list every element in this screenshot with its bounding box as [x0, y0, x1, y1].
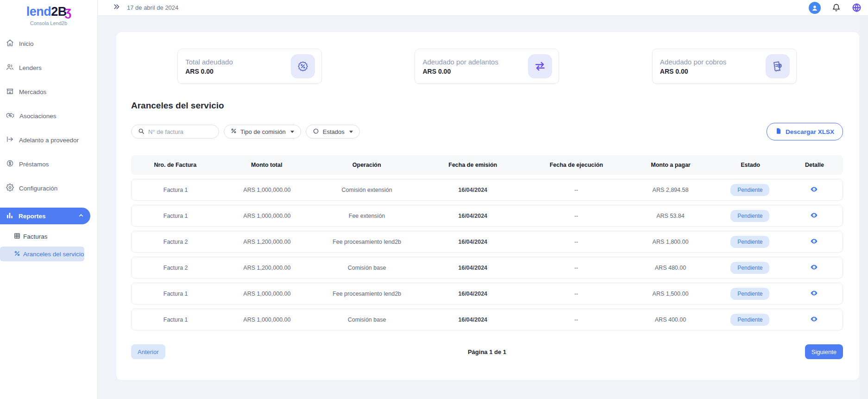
- sidebar-collapse-toggle[interactable]: [113, 3, 120, 13]
- invoice-search-field[interactable]: [131, 125, 219, 139]
- sidebar-item-label: Reportes: [19, 213, 46, 220]
- home-icon: [6, 39, 14, 48]
- percent-icon: [14, 250, 20, 258]
- detail-eye-button[interactable]: [810, 237, 818, 245]
- badge-percent-icon: [291, 54, 315, 78]
- sidebar-item-label: Adelanto a proveedor: [19, 137, 79, 144]
- stat-value: ARS 0.00: [660, 68, 726, 75]
- status-badge: Pendiente: [730, 184, 769, 196]
- cell-monto_total: ARS 1,200,000.00: [220, 239, 314, 245]
- eye-icon: [810, 211, 818, 219]
- handshake-icon: [6, 111, 14, 121]
- download-button-label: Descargar XLSX: [786, 128, 834, 135]
- col-header: Monto total: [220, 162, 314, 168]
- col-header: Fecha de ejecución: [526, 162, 627, 168]
- eye-icon: [810, 315, 818, 323]
- topbar-actions: [809, 2, 862, 14]
- scrollbar-track[interactable]: [860, 16, 868, 399]
- status-badge: Pendiente: [730, 262, 769, 274]
- sidebar-item-label: Préstamos: [19, 161, 49, 168]
- detail-eye-button[interactable]: [810, 263, 818, 271]
- dropdown-label: Tipo de comisión: [240, 128, 286, 135]
- sidebar-item-lenders[interactable]: Lenders: [0, 56, 97, 80]
- language-globe-icon[interactable]: [852, 3, 862, 13]
- cell-monto_pagar: ARS 400.00: [626, 317, 714, 323]
- cell-monto_total: ARS 1,000,000.00: [220, 291, 314, 297]
- stat-card-total-adeudado: Total adeudado ARS 0.00: [177, 49, 322, 84]
- cell-detalle: [786, 315, 843, 324]
- download-xlsx-button[interactable]: Descargar XLSX: [767, 123, 843, 140]
- table-grid-icon: [14, 233, 20, 241]
- notifications-bell-icon[interactable]: [832, 3, 841, 12]
- sidebar-nav: Inicio Lenders Mercados Asociaciones Ade…: [0, 32, 97, 200]
- sidebar-item-asociaciones[interactable]: Asociaciones: [0, 104, 97, 128]
- cell-estado: Pendiente: [715, 236, 786, 248]
- detail-eye-button[interactable]: [810, 185, 818, 193]
- file-icon: [775, 127, 782, 136]
- table-header-row: Nro. de Factura Monto total Operación Fe…: [131, 155, 843, 175]
- cell-factura: Factura 2: [132, 239, 220, 245]
- logo: lend2Bʒ Consola Lend2b: [0, 0, 97, 26]
- cell-fecha_emision: 16/04/2024: [420, 317, 526, 323]
- cell-detalle: [786, 289, 843, 298]
- percent-icon: [231, 128, 237, 135]
- cell-monto_total: ARS 1,000,000.00: [220, 213, 314, 219]
- cell-monto_pagar: ARS 1,800.00: [626, 239, 714, 245]
- chevron-down-icon: [290, 131, 294, 133]
- logo-text: lend2Bʒ: [0, 5, 97, 19]
- user-avatar[interactable]: [809, 2, 821, 14]
- table-row: Factura 2ARS 1,200,000.00Comisión base16…: [131, 257, 843, 279]
- eye-icon: [810, 237, 818, 245]
- cell-factura: Factura 2: [132, 265, 220, 271]
- table-row: Factura 1ARS 1,000,000.00Comisión base16…: [131, 309, 843, 330]
- cell-monto_pagar: ARS 53.84: [626, 213, 714, 219]
- detail-eye-button[interactable]: [810, 315, 818, 323]
- reportes-subnav: Facturas Aranceles del servicio: [0, 229, 97, 261]
- detail-eye-button[interactable]: [810, 289, 818, 297]
- receipt-dollar-icon: [766, 54, 790, 78]
- logo-part-lend: lend: [26, 5, 51, 19]
- sidebar-item-reportes[interactable]: Reportes: [0, 208, 90, 224]
- cell-monto_total: ARS 1,000,000.00: [220, 317, 314, 323]
- table-row: Factura 1ARS 1,000,000.00Comisión extens…: [131, 179, 843, 201]
- cell-factura: Factura 1: [132, 291, 220, 297]
- eye-icon: [810, 185, 818, 193]
- sidebar-item-prestamos[interactable]: Préstamos: [0, 152, 97, 176]
- cell-fecha_emision: 16/04/2024: [420, 213, 526, 219]
- tipo-comision-dropdown[interactable]: Tipo de comisión: [224, 125, 301, 139]
- search-icon: [138, 128, 145, 136]
- estados-dropdown[interactable]: Estados: [306, 125, 360, 139]
- search-input[interactable]: [148, 128, 208, 135]
- previous-page-button[interactable]: Anterior: [131, 344, 165, 359]
- cell-detalle: [786, 237, 843, 247]
- col-header: Nro. de Factura: [131, 162, 220, 168]
- detail-eye-button[interactable]: [810, 211, 818, 219]
- status-badge: Pendiente: [730, 236, 769, 248]
- sidebar-item-inicio[interactable]: Inicio: [0, 32, 97, 56]
- next-page-button[interactable]: Siguiente: [805, 344, 843, 359]
- content-panel: Total adeudado ARS 0.00 Adeudado por ade…: [116, 32, 859, 380]
- table-rows: Factura 1ARS 1,000,000.00Comisión extens…: [131, 179, 843, 330]
- cell-detalle: [786, 211, 843, 221]
- coin-icon: [6, 159, 14, 169]
- cell-monto_total: ARS 1,000,000.00: [220, 187, 314, 193]
- sidebar-item-label: Configuración: [19, 185, 57, 192]
- dropdown-label: Estados: [323, 128, 345, 135]
- col-header: Detalle: [786, 162, 843, 168]
- stat-value: ARS 0.00: [422, 68, 498, 75]
- sidebar-item-facturas[interactable]: Facturas: [0, 229, 97, 244]
- sidebar-item-aranceles[interactable]: Aranceles del servicio: [0, 247, 84, 261]
- person-icon: [811, 4, 818, 12]
- stat-cards: Total adeudado ARS 0.00 Adeudado por ade…: [131, 49, 843, 84]
- app-window: lend2Bʒ Consola Lend2b Inicio Lenders Me…: [0, 0, 868, 399]
- sidebar-item-adelanto[interactable]: Adelanto a proveedor: [0, 128, 97, 152]
- cell-detalle: [786, 185, 843, 195]
- cell-operacion: Fee extensión: [314, 213, 419, 219]
- stat-label: Adeudado por cobros: [660, 58, 726, 66]
- cell-estado: Pendiente: [715, 184, 786, 196]
- cell-estado: Pendiente: [715, 314, 786, 326]
- sidebar-item-label: Inicio: [19, 40, 34, 47]
- cell-factura: Factura 1: [132, 317, 220, 323]
- sidebar-item-configuracion[interactable]: Configuración: [0, 176, 97, 200]
- sidebar-item-mercados[interactable]: Mercados: [0, 80, 97, 104]
